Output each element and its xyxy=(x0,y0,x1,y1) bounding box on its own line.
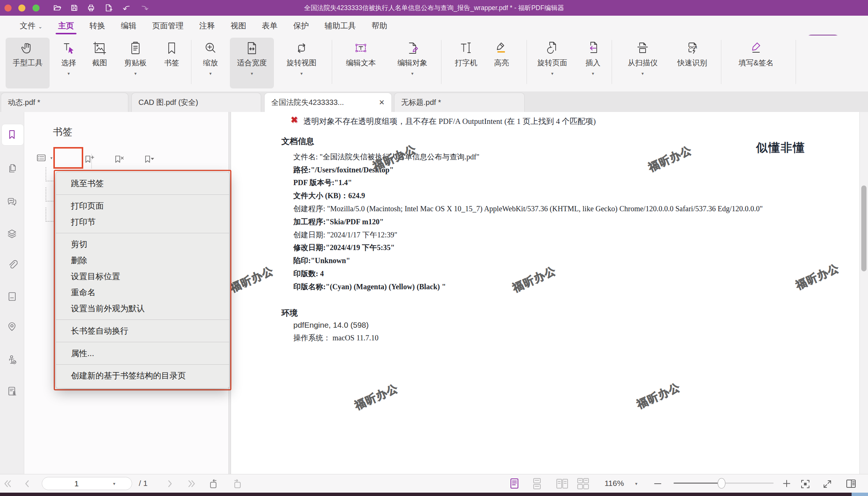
context-menu-item[interactable]: 打印页面 xyxy=(56,194,229,214)
bookmark-icon xyxy=(163,40,180,57)
previous-view-button[interactable] xyxy=(207,478,219,490)
sidebar-item-page-thumbnails[interactable] xyxy=(6,163,18,174)
document-page[interactable]: ✖ 透明对象不存在透明度组项，且不存在 PDF/A OutputIntent (… xyxy=(231,112,868,474)
quick-recognize-button[interactable]: OCR 快速识别 xyxy=(670,38,714,88)
edit-object-button[interactable]: 编辑对象 ▾ xyxy=(390,38,434,88)
menu-item[interactable]: 文件 ⌄ xyxy=(12,16,50,35)
zoom-out-button[interactable] xyxy=(653,480,663,488)
ribbon-divider xyxy=(527,40,527,84)
context-menu-item[interactable]: 属性... xyxy=(56,342,229,361)
macos-zoom-button[interactable] xyxy=(32,4,40,12)
document-tab-active[interactable]: 全国法院失4233333... ✕ xyxy=(264,93,392,112)
single-page-view-button[interactable] xyxy=(508,477,521,490)
zoom-level-label[interactable]: 116% xyxy=(605,479,624,488)
bookmark-options-button[interactable] xyxy=(36,152,49,164)
context-menu-item[interactable]: 跳至书签 xyxy=(56,175,229,191)
edit-object-icon xyxy=(404,40,421,57)
facing-continuous-view-button[interactable] xyxy=(576,477,590,490)
highlight-button[interactable]: 高亮 xyxy=(487,38,516,88)
context-menu-item[interactable]: 重命名 xyxy=(56,284,229,300)
expand-bookmark-button[interactable] xyxy=(143,154,155,166)
sidebar-item-bookmarks[interactable] xyxy=(6,129,18,140)
bookmark-button[interactable]: 书签 xyxy=(157,38,186,88)
context-menu-item[interactable]: 长书签自动换行 xyxy=(56,319,229,339)
sidebar-item-attachments[interactable] xyxy=(6,259,18,270)
fit-width-button[interactable]: 适合宽度 ▾ xyxy=(230,38,274,88)
zoom-slider-thumb[interactable] xyxy=(718,478,725,489)
insert-page-button[interactable]: 插入 ▾ xyxy=(579,38,607,88)
vertical-scrollbar-thumb[interactable] xyxy=(861,185,867,271)
next-view-button[interactable] xyxy=(231,478,243,490)
sidebar-item-stamps[interactable] xyxy=(6,386,18,397)
delete-bookmark-button[interactable] xyxy=(113,154,125,166)
fill-sign-icon xyxy=(748,40,764,57)
document-tab[interactable]: 无标题.pdf * xyxy=(394,93,525,112)
sidebar-item-comments[interactable] xyxy=(6,196,18,208)
zoom-button[interactable]: 缩放 ▾ xyxy=(196,38,225,88)
typewriter-button[interactable]: 打字机 xyxy=(449,38,483,88)
previous-page-button[interactable] xyxy=(23,479,31,488)
doc-info-heading: 文档信息 xyxy=(281,136,314,147)
rotate-view-button[interactable]: 旋转视图 ▾ xyxy=(280,38,324,88)
fullscreen-button[interactable] xyxy=(822,478,833,490)
error-x-icon: ✖ xyxy=(291,115,298,125)
page-number-input[interactable] xyxy=(42,479,111,489)
new-document-button[interactable] xyxy=(104,3,113,12)
menu-item[interactable]: 编辑 ⌄ xyxy=(113,16,144,35)
vertical-scrollbar-track[interactable] xyxy=(859,112,868,474)
context-menu-item[interactable]: 删除 xyxy=(56,252,229,268)
page-total-label: / 1 xyxy=(139,479,147,488)
context-menu-item[interactable]: 设置当前外观为默认 xyxy=(56,300,229,316)
close-tab-icon[interactable]: ✕ xyxy=(371,98,385,107)
dropdown-caret-icon: ▾ xyxy=(411,71,413,76)
sidebar-item-layers[interactable] xyxy=(6,228,18,239)
open-file-button[interactable] xyxy=(53,3,62,12)
doc-info-line: 文件大小 (KB)：624.9 xyxy=(293,189,763,202)
hand-tool-button[interactable]: 手型工具 xyxy=(6,38,50,88)
next-page-button[interactable] xyxy=(166,479,174,488)
zoom-in-button[interactable] xyxy=(781,477,792,491)
menu-item[interactable]: 表单 ⌄ xyxy=(254,16,285,35)
continuous-view-button[interactable] xyxy=(531,477,543,490)
edit-text-button[interactable]: 编辑文本 xyxy=(339,38,383,88)
context-menu-item[interactable]: 剪切 xyxy=(56,233,229,252)
select-tool-button[interactable]: 选择 ▾ xyxy=(54,38,83,88)
facing-view-button[interactable] xyxy=(555,477,569,490)
sidebar-item-digital-signatures[interactable] xyxy=(6,354,18,365)
context-menu-item[interactable]: 设置目标位置 xyxy=(56,268,229,284)
macos-minimize-button[interactable] xyxy=(18,4,25,12)
macos-close-button[interactable] xyxy=(4,4,12,12)
document-tab[interactable]: 动态.pdf * xyxy=(1,93,128,112)
last-page-button[interactable] xyxy=(187,479,196,488)
pages-icon xyxy=(6,163,18,174)
context-menu-item[interactable]: 打印节 xyxy=(56,214,229,230)
rotate-page-button[interactable]: 旋转页面 ▾ xyxy=(530,38,574,88)
fit-page-button[interactable] xyxy=(800,478,811,490)
from-scanner-button[interactable]: 从扫描仪 ▾ xyxy=(621,38,665,88)
menu-item[interactable]: 转换 ⌄ xyxy=(82,16,113,35)
print-button[interactable] xyxy=(87,3,96,12)
undo-button[interactable] xyxy=(122,3,131,12)
save-button[interactable] xyxy=(70,3,79,12)
document-tab[interactable]: CAD 图.pdf (安全) xyxy=(131,93,261,112)
zoom-in-icon xyxy=(202,40,219,57)
redo-button[interactable] xyxy=(140,3,149,12)
dropdown-caret-icon: ▾ xyxy=(641,71,644,76)
clipboard-button[interactable]: 剪贴板 ▾ xyxy=(119,38,152,88)
panel-layout-button[interactable] xyxy=(845,478,858,490)
menu-item[interactable]: 页面管理 ⌄ xyxy=(144,16,191,35)
menu-item[interactable]: 保护 ⌄ xyxy=(285,16,317,35)
first-page-button[interactable] xyxy=(3,479,13,488)
menu-item[interactable]: 注释 ⌄ xyxy=(191,16,223,35)
add-bookmark-button[interactable] xyxy=(83,154,96,166)
menu-item[interactable]: 主页 ⌄ xyxy=(50,16,82,35)
sidebar-item-form-fields[interactable] xyxy=(6,291,18,302)
menu-item[interactable]: 辅助工具 ⌄ xyxy=(317,16,364,35)
menu-item[interactable]: 帮助 ⌄ xyxy=(364,16,395,35)
fill-sign-button[interactable]: 填写&签名 xyxy=(732,38,780,88)
menu-item[interactable]: 视图 ⌄ xyxy=(223,16,254,35)
snapshot-button[interactable]: 截图 xyxy=(85,38,114,88)
sidebar-item-destinations[interactable] xyxy=(6,321,18,332)
context-menu-item[interactable]: 创建新的基于书签结构的目录页 xyxy=(56,364,229,384)
page-number-box[interactable]: ▾ xyxy=(42,477,132,490)
